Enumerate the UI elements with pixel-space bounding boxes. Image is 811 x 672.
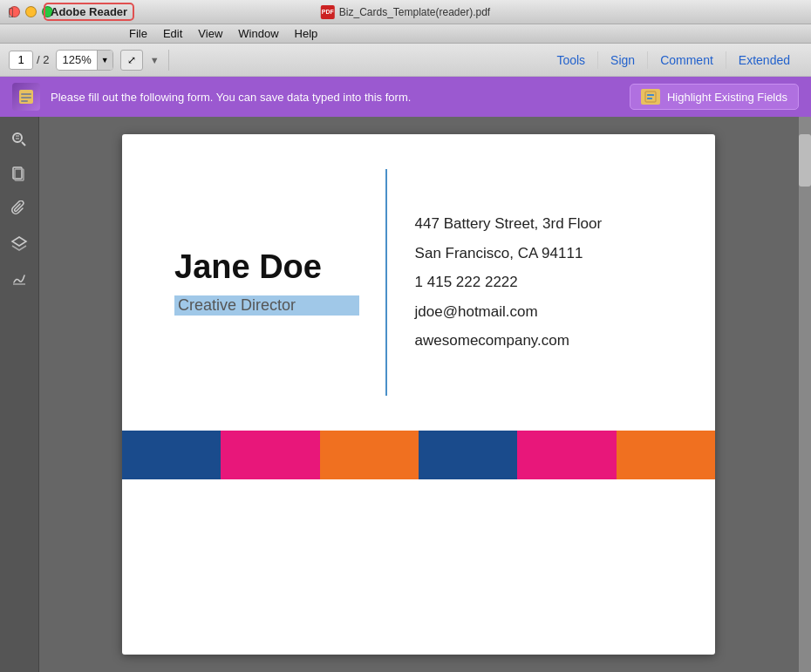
biz-card-email: jdoe@hotmail.com bbox=[415, 301, 680, 323]
biz-card-color-bar bbox=[122, 431, 715, 479]
zoom-dropdown-button[interactable]: ▼ bbox=[97, 50, 112, 71]
title-bar:  Adobe Reader PDF Biz_Cards_Template(re… bbox=[0, 0, 811, 24]
sidebar-search-icon[interactable] bbox=[5, 126, 33, 153]
svg-rect-2 bbox=[21, 97, 31, 98]
color-bar-block bbox=[517, 431, 616, 479]
pdf-viewer[interactable]: Jane Doe Creative Director 447 Battery S… bbox=[39, 117, 798, 672]
zoom-control: 125% ▼ bbox=[56, 50, 112, 71]
color-bar-block bbox=[122, 431, 221, 479]
highlight-fields-label: Highlight Existing Fields bbox=[667, 91, 787, 104]
comment-button[interactable]: Comment bbox=[648, 51, 726, 69]
form-banner-message: Please fill out the following form. You … bbox=[51, 91, 619, 104]
app-name-label: Adobe Reader bbox=[51, 5, 127, 18]
pdf-file-icon: PDF bbox=[321, 5, 335, 19]
toolbar-separator bbox=[168, 50, 169, 71]
toolbar-right-buttons: Tools Sign Comment Extended bbox=[544, 51, 802, 69]
svg-point-7 bbox=[13, 133, 22, 142]
page-navigation: / 2 bbox=[9, 51, 49, 70]
svg-rect-1 bbox=[21, 93, 31, 95]
biz-card-left: Jane Doe Creative Director bbox=[174, 169, 387, 396]
sidebar-attachments-icon[interactable] bbox=[5, 195, 33, 223]
file-name-label: Biz_Cards_Template(reader).pdf bbox=[339, 6, 490, 18]
svg-line-8 bbox=[22, 142, 25, 146]
svg-rect-3 bbox=[21, 100, 28, 102]
biz-card-address1: 447 Battery Street, 3rd Floor bbox=[415, 213, 680, 235]
biz-card-address2: San Francisco, CA 94111 bbox=[415, 242, 680, 265]
form-banner-icon bbox=[12, 83, 40, 111]
apple-logo:  bbox=[9, 5, 14, 21]
sidebar-sign-icon[interactable] bbox=[5, 265, 33, 293]
highlight-fields-icon bbox=[641, 89, 660, 105]
tools-button[interactable]: Tools bbox=[544, 51, 598, 69]
biz-card-phone: 1 415 222 2222 bbox=[415, 271, 680, 294]
form-banner: Please fill out the following form. You … bbox=[0, 77, 811, 117]
svg-marker-13 bbox=[12, 237, 26, 246]
fit-dropdown-button[interactable]: ▼ bbox=[150, 55, 160, 65]
svg-rect-5 bbox=[647, 94, 654, 96]
biz-card-website: awesomecompany.com bbox=[415, 329, 680, 352]
menu-window[interactable]: Window bbox=[231, 25, 285, 42]
biz-card-name: Jane Doe bbox=[174, 249, 359, 286]
vertical-scrollbar[interactable] bbox=[798, 117, 811, 672]
color-bar-block bbox=[320, 431, 419, 479]
highlight-fields-button[interactable]: Highlight Existing Fields bbox=[630, 84, 799, 110]
sidebar-pages-icon[interactable] bbox=[5, 160, 33, 188]
menu-help[interactable]: Help bbox=[288, 25, 325, 42]
menu-view[interactable]: View bbox=[191, 25, 229, 42]
page-number-input[interactable] bbox=[9, 51, 33, 70]
extended-button[interactable]: Extended bbox=[726, 51, 802, 69]
sign-button[interactable]: Sign bbox=[598, 51, 648, 69]
app-name-badge: Adobe Reader bbox=[44, 3, 134, 21]
menu-bar: File Edit View Window Help bbox=[0, 24, 811, 44]
color-bar-block bbox=[221, 431, 319, 479]
color-bar-block bbox=[419, 431, 517, 479]
window-title: PDF Biz_Cards_Template(reader).pdf bbox=[321, 5, 490, 19]
main-area: Jane Doe Creative Director 447 Battery S… bbox=[0, 117, 811, 672]
menu-file[interactable]: File bbox=[122, 25, 154, 42]
page-total-label: / 2 bbox=[37, 53, 49, 66]
svg-rect-4 bbox=[645, 92, 656, 102]
scrollbar-thumb[interactable] bbox=[799, 134, 811, 187]
left-sidebar bbox=[0, 117, 39, 672]
toolbar: / 2 125% ▼ ⤢ ▼ Tools Sign Comment Extend… bbox=[0, 44, 811, 77]
svg-rect-6 bbox=[647, 98, 652, 99]
menu-edit[interactable]: Edit bbox=[156, 25, 189, 42]
biz-card-title: Creative Director bbox=[174, 295, 359, 316]
business-card-document: Jane Doe Creative Director 447 Battery S… bbox=[122, 134, 715, 655]
minimize-button[interactable] bbox=[25, 6, 37, 17]
zoom-value-display: 125% bbox=[57, 53, 96, 66]
biz-card-right: 447 Battery Street, 3rd Floor San Franci… bbox=[387, 169, 680, 396]
sidebar-layers-icon[interactable] bbox=[5, 230, 33, 258]
biz-card-content: Jane Doe Creative Director 447 Battery S… bbox=[122, 134, 715, 431]
color-bar-block bbox=[617, 431, 715, 479]
fit-page-button[interactable]: ⤢ bbox=[120, 50, 143, 71]
